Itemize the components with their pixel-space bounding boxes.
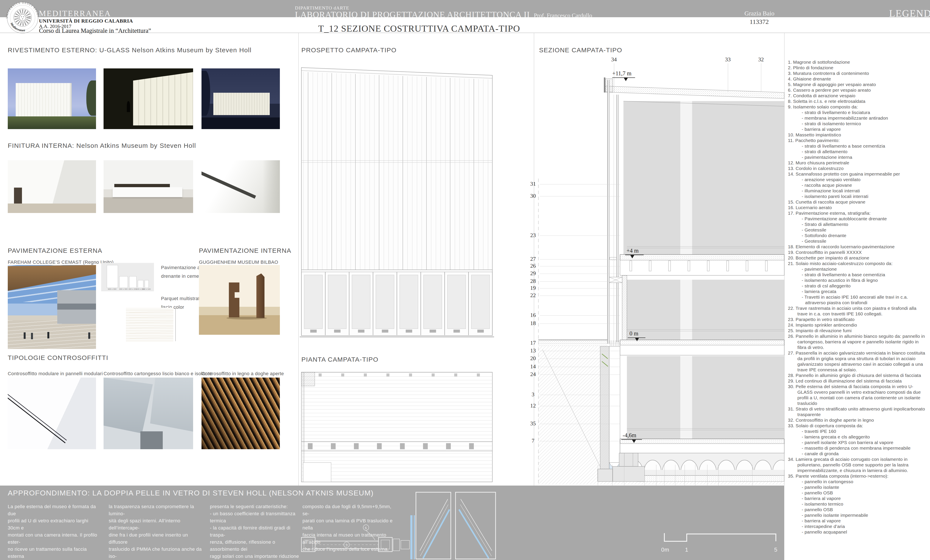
approfondimento-column-1: La pelle esterna del museo è formata da …	[8, 503, 101, 560]
pianta-drawing	[299, 366, 534, 486]
legend-item: 24. Impianto sprinkler antincendio	[788, 322, 928, 328]
student-name: Grazia Baio	[744, 10, 774, 17]
legend-subitem: - pannello isolante impermeabile	[788, 512, 928, 518]
photo-controsoffitto-cartongesso	[103, 377, 193, 449]
facade-detail-drawings: 5 6	[299, 491, 499, 560]
paver-size-label: 600 x 300	[106, 288, 119, 290]
paver-size-diagram: 600 x 300300 x 300300 x 200200 x 200200 …	[101, 263, 154, 291]
sculpture-shape	[229, 282, 239, 317]
paver-bar	[119, 276, 128, 288]
student-id: 113372	[750, 18, 769, 25]
laboratory-name: LABORATORIO DI PROGETTAZIONE ARCHITETTON…	[295, 10, 530, 19]
photo-controsoffitto-modulare	[8, 377, 96, 449]
legend-item: 1. Magrone di sottofondazione	[788, 59, 928, 65]
legend-subitem: - illuminazione locali interrati	[788, 188, 928, 193]
photo-controsoffitto-doghe-legno	[202, 377, 280, 449]
photo-interior-gallery-2	[103, 160, 193, 213]
pav-interna-title: PAVIMENTAZIONE INTERNA	[199, 247, 291, 254]
legend-subitem: - barriera al vapore	[788, 496, 928, 501]
legend-item: 15. Cunetta di raccolta acque piovane	[788, 199, 928, 205]
legend-subitem: - massetto di pendenza con membrana impe…	[788, 445, 928, 451]
approfondimento-column-3: presenta le seguenti caratteristiche: - …	[210, 503, 301, 560]
legend-item: 18. Elemento di raccordo lucernario-pavi…	[788, 244, 928, 250]
legend-subitem: - lamiera grecata e cls alleggerito	[788, 434, 928, 440]
legend-item: 6. Cassero a perdere per vespaio areato	[788, 87, 928, 93]
controsoffitto-caption-3: Controsoffitto in legno a doghe aperte	[202, 371, 284, 376]
paver-bar	[145, 280, 149, 288]
legend-subitem: - pavimentazione interna	[788, 155, 928, 160]
legend-item: 30. Pelle esterna del sistema di facciat…	[788, 384, 928, 406]
legend-subitem: - isolamento pareti locali interrati	[788, 193, 928, 199]
approfondimento-column-2: la trasparenza senza compromettere la lu…	[109, 503, 203, 560]
tree-shape	[202, 71, 210, 116]
legend-subitem: - raccolta acque piovane	[788, 183, 928, 188]
timber-canopy-shape	[8, 265, 96, 292]
legend-subitem: - Travetti in acciaio IPE 160 ancorati a…	[788, 294, 928, 305]
legend-item: 31. Strato di vetro stratificato unito a…	[788, 406, 928, 417]
legend-item: 16. Lucernario aerato	[788, 205, 928, 210]
sculpture-shape	[256, 273, 265, 318]
legend-item: 23. Parapetto in vetro stratificato	[788, 317, 928, 322]
photo-fareham-college	[8, 265, 96, 349]
legend-item: 13. Cordolo in calcestruzzo	[788, 166, 928, 171]
legend-item: 11. Pacchetto pavimento:	[788, 138, 928, 143]
legend-item: 35. Parete ventilata composta (interno->…	[788, 473, 928, 479]
photo-guggenheim-bilbao	[199, 265, 280, 335]
pav-esterna-title: PAVIMENTAZIONE ESTERNA	[8, 247, 102, 254]
legend-item: 3. Muratura controterra di contenimento	[788, 71, 928, 76]
legend-subitem: - strato di livellamento a base cementiz…	[788, 143, 928, 149]
legend-item: 26. Pannello in alluminio in alluminio b…	[788, 333, 928, 350]
photo-interior-gallery-3	[202, 160, 280, 213]
university-logo: UNIVERSITÀ DEGLI STUDI DI REGGIO CALABRI…	[3, 1, 42, 35]
legend-subitem: - barriera al vapore	[788, 126, 928, 132]
legend-header: LEGENDA	[889, 8, 928, 19]
fareham-caption: FAREHAM COLLEGE’S CEMAST (Regno Unito)	[8, 259, 114, 265]
parquet-texture-image	[126, 308, 173, 341]
rivestimento-title: RIVESTIMENTO ESTERNO: U-GLASS Nelson Atk…	[8, 46, 251, 54]
controsoffitto-caption-2: Controsoffitto cartongesso liscio bianco…	[103, 371, 212, 376]
legend-item: 9. Isolamento solaio composto da:	[788, 104, 928, 110]
legend-item: 12. Muro chiusura perimetrale	[788, 160, 928, 166]
legend-item: 10. Massetto impiantistico	[788, 132, 928, 138]
paver-bar	[138, 280, 143, 288]
legend-item: 22. Trave rastremata in acciaio unita co…	[788, 305, 928, 317]
corridor-shape	[140, 431, 163, 449]
legend-item: 25. Impianto di rilevazione fumi	[788, 328, 928, 333]
legend-subitem: - pavimentazione	[788, 266, 928, 272]
legend-subitem: - strato di csl alleggerito	[788, 283, 928, 289]
professor-name: Prof. Francesco Cardullo	[534, 12, 592, 19]
prospetto-drawing	[299, 56, 534, 344]
legend-item: 2. Plinto di fondazione	[788, 65, 928, 71]
university-name: MEDITERRANEA	[39, 9, 111, 18]
scale-label-five: 5	[770, 546, 782, 553]
svg-text:6: 6	[365, 526, 367, 530]
legend-subitem: - lamiera grecata	[788, 289, 928, 294]
legend-item: 7. Condotta di aerazione vespaio	[788, 93, 928, 98]
legend-item: 29. Led continuo di illuminazione del si…	[788, 378, 928, 384]
controsoffitti-title: TIPOLOGIE CONTROSOFFITTI	[8, 354, 108, 361]
tree-shape	[86, 80, 96, 116]
scale-label-one: 1	[680, 546, 693, 553]
legend-subitem: - isolamento acustico in fibra di legno	[788, 278, 928, 283]
scale-label-zero: 0m	[659, 546, 672, 553]
legend-item: 19. Controsoffitto in pannelli XXXXX	[788, 250, 928, 255]
finitura-title: FINITURA INTERNA: Nelson Atkins Museum b…	[8, 142, 196, 149]
legend-item: 32. Controsoffitto in doghe aperte in le…	[788, 417, 928, 423]
sezione-title: SEZIONE CAMPATA-TIPO	[539, 46, 622, 54]
legend-subitem: - strato di allettamento	[788, 149, 928, 155]
paver-bar	[107, 265, 118, 288]
prospetto-title: PROSPETTO CAMPATA-TIPO	[302, 46, 397, 54]
legend-subitem: - membrana impermeabilizzante antiradon	[788, 115, 928, 121]
legend-item: 8. Soletta in c.l.s. e rete elettrosalda…	[788, 98, 928, 104]
legend-subitem: - pannello OSB	[788, 490, 928, 496]
course-name: Corso di Laurea Magistrale in “Architett…	[39, 27, 151, 34]
legend-subitem: - Strato di allettamento	[788, 222, 928, 227]
legend-item: 33. Solaio di copertura composta da:	[788, 423, 928, 428]
legend-item: 4. Ghiaione drenante	[788, 76, 928, 82]
legend-subitem: - isolamento termico	[788, 501, 928, 507]
legend-item: 17. Pavimentazione esterna, stratigrafia…	[788, 210, 928, 216]
scale-bar	[659, 528, 781, 544]
legend-subitem: - Geotessile	[788, 227, 928, 233]
legend-subitem: - Pavimentazione autobloccante drenante	[788, 216, 928, 222]
legend-item: 27. Passerella in acciaio galvanizzato v…	[788, 350, 928, 373]
